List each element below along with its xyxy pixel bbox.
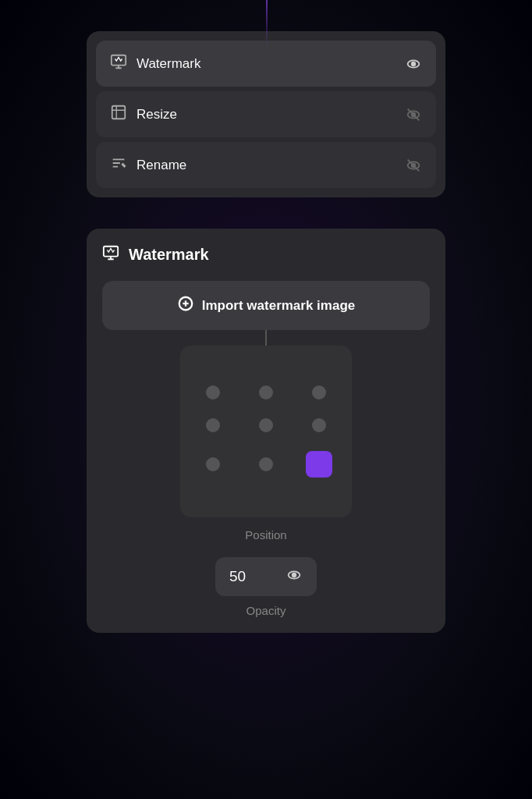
eye-hidden-rename-icon[interactable] [405,157,422,174]
opacity-label: Opacity [246,604,286,617]
watermark-title-text: Watermark [129,246,209,264]
watermark-panel-title: Watermark [102,244,430,265]
import-plus-icon [177,295,194,316]
menu-panel: Watermark Resize [87,31,445,197]
svg-point-15 [293,574,296,577]
watermark-settings-panel: Watermark Import watermark image [87,229,445,633]
position-dot-6[interactable] [206,457,220,471]
position-dot-8-active[interactable] [306,451,332,478]
opacity-eye-icon[interactable] [286,566,303,587]
position-dot-7[interactable] [259,457,273,471]
menu-item-rename-label: Rename [137,158,186,173]
position-dot-1[interactable] [259,385,273,400]
import-button-label: Import watermark image [202,298,356,314]
position-section: Position [102,346,430,542]
position-dot-4[interactable] [259,418,273,432]
menu-item-resize-left: Resize [110,104,177,125]
watermark-panel-icon [102,244,119,265]
position-grid-container [180,346,352,517]
menu-item-resize-label: Resize [137,107,177,123]
opacity-value: 50 [229,568,246,585]
eye-visible-icon[interactable] [405,55,422,73]
position-dot-3[interactable] [206,418,220,432]
menu-item-watermark-label: Watermark [137,56,201,72]
connector-line [102,330,430,346]
position-dot-2[interactable] [312,385,326,400]
menu-item-watermark-left: Watermark [110,53,201,74]
menu-item-rename[interactable]: Rename [96,142,436,188]
menu-item-resize[interactable]: Resize [96,91,436,137]
menu-item-watermark[interactable]: Watermark [96,41,436,87]
opacity-section: 50 Opacity [102,557,430,617]
resize-icon [110,104,127,125]
watermark-icon [110,53,127,74]
position-grid [196,385,336,478]
eye-hidden-resize-icon[interactable] [405,106,422,123]
svg-rect-3 [112,106,126,119]
position-dot-0[interactable] [206,385,220,400]
position-dot-5[interactable] [312,418,326,432]
opacity-input-row: 50 [215,557,317,596]
svg-point-2 [412,62,416,66]
import-watermark-button[interactable]: Import watermark image [102,281,430,330]
rename-icon [110,154,127,176]
menu-item-rename-left: Rename [110,154,186,176]
position-label: Position [102,528,430,542]
